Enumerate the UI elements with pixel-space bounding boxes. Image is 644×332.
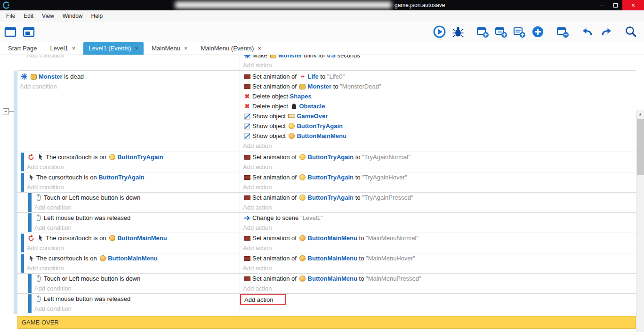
- add-condition-link[interactable]: Add condition: [17, 223, 240, 233]
- monster-object-icon: [298, 83, 307, 90]
- menu-edit[interactable]: Edit: [19, 10, 38, 22]
- add-action-link[interactable]: Add action: [243, 223, 636, 233]
- animation-action-icon: [243, 235, 251, 242]
- condition-cursor-on-buttonmainmenu[interactable]: The cursor/touch is on ButtonMainMenu: [17, 233, 240, 243]
- tab-level1-events[interactable]: Level1 (Events) ×: [83, 42, 144, 55]
- search-button[interactable]: [625, 25, 637, 38]
- action-text: to: [357, 235, 366, 242]
- action-set-animation[interactable]: Set animation of ButtonTryAgain to "TryA…: [243, 152, 636, 162]
- minimize-button[interactable]: –: [594, 0, 608, 10]
- action-change-scene[interactable]: Change to scene "Level1": [243, 213, 636, 223]
- menu-window[interactable]: Window: [58, 10, 87, 22]
- action-show-buttontryagain[interactable]: Show object ButtonTryAgain: [243, 121, 636, 131]
- add-action-link[interactable]: Add action: [243, 263, 636, 273]
- editor-tabbar: Start Page Level1 × Level1 (Events) × Ma…: [0, 42, 644, 55]
- add-condition-link[interactable]: Add condition: [17, 283, 240, 293]
- action-set-animation[interactable]: Set animation of ButtonTryAgain to "TryA…: [243, 172, 636, 182]
- add-action-link[interactable]: Add action: [243, 202, 636, 212]
- toolbar: [0, 22, 644, 42]
- monster-object-icon: [269, 55, 277, 59]
- tab-mainmenu-events[interactable]: MainMenu (Events) ×: [196, 42, 266, 55]
- tab-close-icon[interactable]: ×: [135, 45, 139, 51]
- condition-mouse-down[interactable]: Touch or Left mouse button is down: [17, 193, 240, 202]
- undo-button[interactable]: [581, 25, 594, 38]
- tab-close-icon[interactable]: ×: [72, 45, 76, 51]
- add-condition-label: Add condition: [34, 305, 72, 312]
- action-text: Set animation of: [252, 255, 298, 262]
- add-condition-link[interactable]: Add condition: [17, 182, 240, 192]
- debug-button[interactable]: [451, 25, 464, 38]
- vertical-scrollbar[interactable]: ▲ ▼: [636, 110, 644, 332]
- tab-close-icon[interactable]: ×: [184, 45, 188, 51]
- close-button[interactable]: ×: [622, 0, 644, 10]
- condition-text: The cursor/touch is on: [46, 154, 108, 161]
- condition-mouse-down[interactable]: Touch or Left mouse button is down: [17, 274, 240, 283]
- action-set-animation[interactable]: Set animation of ButtonMainMenu to "Main…: [243, 233, 636, 243]
- action-text: Set animation of: [252, 275, 298, 282]
- condition-cursor-on-buttontryagain[interactable]: The cursor/touch is on ButtonTryAgain: [17, 152, 240, 162]
- toggle-disabled-event-button[interactable]: [556, 25, 569, 38]
- add-other-event-button[interactable]: [531, 25, 544, 38]
- add-condition-link[interactable]: Add condition: [17, 243, 240, 253]
- animation-action-icon: [243, 255, 251, 262]
- delete-action-icon: ✖: [243, 103, 251, 110]
- add-comment-button[interactable]: [513, 25, 526, 38]
- action-delete-obstacle[interactable]: ✖ Delete object Obstacle: [243, 101, 636, 111]
- condition-monster-is-dead[interactable]: Monster is dead: [17, 72, 240, 81]
- action-text: Set animation of: [252, 154, 298, 161]
- add-action-link[interactable]: Add action: [243, 182, 636, 192]
- tab-close-icon[interactable]: ×: [258, 45, 261, 51]
- tab-start-page[interactable]: Start Page: [3, 42, 42, 55]
- add-action-link[interactable]: Add action: [243, 162, 636, 172]
- menu-help[interactable]: Help: [87, 10, 107, 22]
- object-name: Life: [308, 73, 319, 80]
- add-action-link[interactable]: Add action: [243, 141, 636, 151]
- condition-cursor-on-buttonmainmenu[interactable]: The cursor/touch is on ButtonMainMenu: [17, 253, 240, 263]
- add-event-button[interactable]: [476, 25, 489, 38]
- action-make-blink[interactable]: Make Monster blink for 0.5 seconds: [243, 55, 636, 60]
- tab-level1[interactable]: Level1 ×: [45, 42, 80, 55]
- tab-mainmenu[interactable]: MainMenu ×: [146, 42, 193, 55]
- action-set-animation[interactable]: Set animation of ButtonMainMenu to "Main…: [243, 253, 636, 263]
- action-show-buttonmainmenu[interactable]: Show object ButtonMainMenu: [243, 131, 636, 141]
- action-delete-shapes[interactable]: ✖ Delete object Shapes: [243, 91, 636, 101]
- event-indent-bar: [21, 173, 24, 192]
- play-preview-button[interactable]: [433, 25, 446, 38]
- add-condition-link[interactable]: Add condition: [17, 55, 240, 60]
- action-text: Delete object: [252, 93, 290, 100]
- add-condition-link[interactable]: Add condition: [17, 202, 240, 212]
- add-action-link[interactable]: Add action: [243, 60, 636, 70]
- action-show-gameover[interactable]: Show object GameOver: [243, 111, 636, 121]
- action-text: Set animation of: [252, 174, 298, 181]
- action-set-animation-life[interactable]: Set animation of ♥♥ Life to "Life0": [243, 72, 636, 81]
- menu-view[interactable]: View: [38, 10, 58, 22]
- condition-text: Touch or Left mouse button is down: [44, 275, 140, 282]
- obstacle-object-icon: [290, 103, 298, 110]
- add-action-link-selected[interactable]: Add action: [240, 294, 286, 305]
- redo-button[interactable]: [600, 25, 612, 38]
- collapse-toggle[interactable]: −: [3, 108, 9, 114]
- scroll-up-arrow[interactable]: ▲: [636, 110, 644, 118]
- add-condition-link[interactable]: Add condition: [17, 81, 240, 91]
- scrollbar-thumb[interactable]: [637, 119, 644, 175]
- maximize-button[interactable]: [608, 0, 622, 10]
- event-indent-bar: [28, 213, 32, 232]
- condition-mouse-released[interactable]: Left mouse button was released: [17, 294, 240, 304]
- add-subevent-button[interactable]: [495, 25, 507, 38]
- add-condition-link[interactable]: Add condition: [17, 263, 240, 273]
- action-set-animation-monster[interactable]: Set animation of Monster to "MonsterDead…: [243, 81, 636, 91]
- scene-editor-icon[interactable]: [22, 25, 35, 38]
- condition-cursor-on-buttontryagain[interactable]: The cursor/touch is on ButtonTryAgain: [17, 172, 240, 182]
- add-action-link[interactable]: Add action: [243, 243, 636, 253]
- toolbar-left-group: [4, 25, 35, 38]
- project-manager-icon[interactable]: [4, 25, 16, 38]
- menu-file[interactable]: File: [2, 10, 19, 22]
- action-set-animation[interactable]: Set animation of ButtonTryAgain to "TryA…: [243, 193, 636, 202]
- action-text: Show object: [252, 122, 287, 130]
- add-condition-link[interactable]: Add condition: [17, 162, 240, 172]
- comment-event[interactable]: GAME OVER: [17, 316, 636, 329]
- action-set-animation[interactable]: Set animation of ButtonMainMenu to "Main…: [243, 274, 636, 283]
- add-action-link[interactable]: Add action: [243, 283, 636, 293]
- condition-mouse-released[interactable]: Left mouse button was released: [17, 213, 240, 223]
- add-condition-link[interactable]: Add condition: [17, 304, 240, 314]
